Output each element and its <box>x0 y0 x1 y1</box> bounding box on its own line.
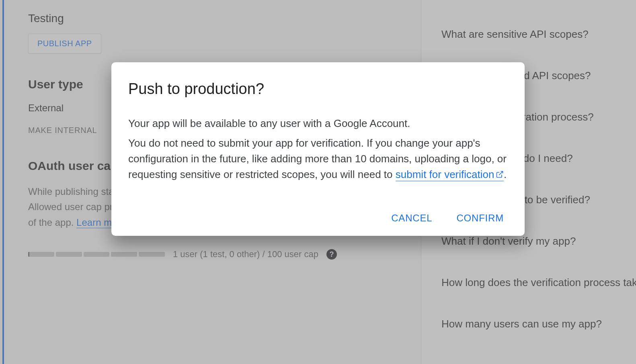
push-to-production-dialog: Push to production? Your app will be ava… <box>111 62 525 236</box>
submit-for-verification-link[interactable]: submit for verification <box>396 168 504 181</box>
dialog-actions: CANCEL CONFIRM <box>128 213 508 224</box>
cancel-button[interactable]: CANCEL <box>391 213 432 224</box>
modal-overlay[interactable]: Push to production? Your app will be ava… <box>0 0 636 364</box>
confirm-button[interactable]: CONFIRM <box>456 213 504 224</box>
dialog-body: Your app will be available to any user w… <box>128 116 508 182</box>
dialog-paragraph-2: You do not need to submit your app for v… <box>128 135 508 182</box>
dialog-p2-suffix: . <box>504 168 507 180</box>
dialog-title: Push to production? <box>128 80 508 98</box>
svg-line-1 <box>499 172 503 175</box>
dialog-paragraph-1: Your app will be available to any user w… <box>128 116 508 131</box>
